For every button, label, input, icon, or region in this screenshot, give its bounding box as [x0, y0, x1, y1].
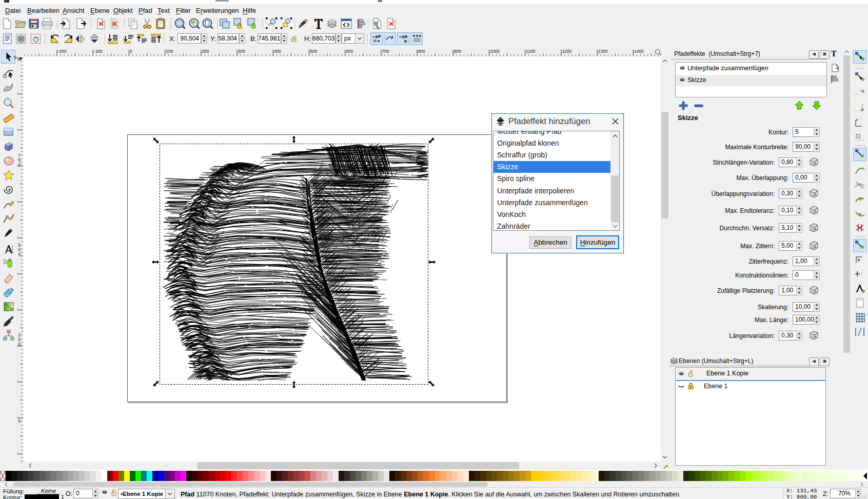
- svg-text:1200: 1200: [562, 49, 571, 54]
- svg-text:300: 300: [238, 49, 245, 54]
- svg-text:0: 0: [18, 418, 21, 424]
- svg-text:800: 800: [418, 49, 425, 54]
- svg-text:1400: 1400: [634, 49, 644, 54]
- svg-text:0: 0: [130, 49, 132, 54]
- svg-text:1100: 1100: [526, 49, 536, 54]
- svg-text:0: 0: [18, 162, 21, 167]
- svg-text:-200: -200: [58, 49, 67, 54]
- svg-text:1300: 1300: [598, 49, 608, 54]
- svg-text:700: 700: [382, 49, 389, 54]
- svg-text:-100: -100: [94, 49, 103, 54]
- svg-text:100: 100: [166, 49, 173, 54]
- svg-text:400: 400: [274, 49, 281, 54]
- svg-text:0: 0: [18, 252, 21, 257]
- svg-text:600: 600: [346, 49, 353, 54]
- svg-text:200: 200: [202, 49, 209, 54]
- svg-text:900: 900: [454, 49, 461, 54]
- svg-text:0: 0: [18, 342, 21, 347]
- svg-text:500: 500: [310, 49, 317, 54]
- svg-text:1000: 1000: [490, 49, 500, 54]
